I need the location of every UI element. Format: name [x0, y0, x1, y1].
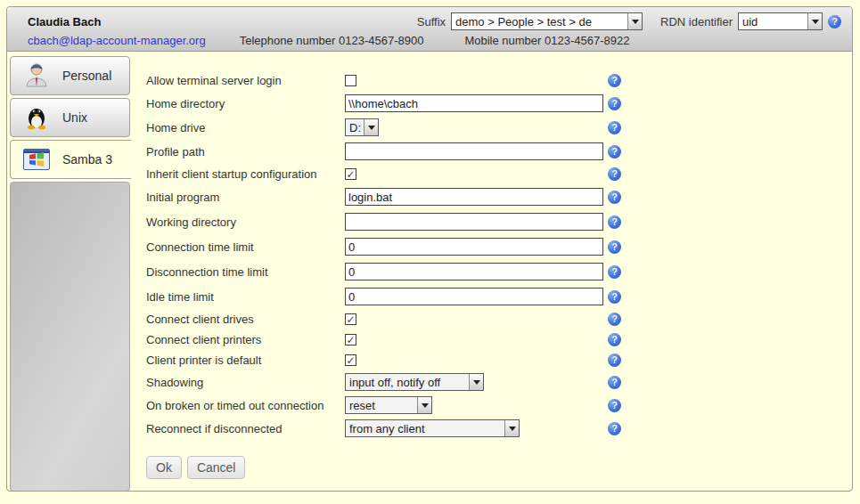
help-icon[interactable]: ? — [608, 74, 621, 87]
shadowing-select[interactable]: input off, notify off — [345, 373, 484, 391]
chevron-down-icon[interactable] — [504, 420, 519, 436]
module-tabs: PersonalUnixSamba 3 — [10, 56, 130, 492]
help-icon[interactable]: ? — [608, 121, 621, 134]
chevron-down-icon[interactable] — [364, 119, 378, 135]
on-broken-or-timed-out-connection-select[interactable]: reset — [345, 396, 432, 414]
mobile-number: Mobile number 0123-4567-8922 — [464, 34, 629, 47]
chevron-down-icon[interactable] — [807, 13, 822, 29]
form-row-profile-path: Profile path? — [146, 139, 850, 164]
form-row-on-broken-or-timed-out-connection: On broken or timed out connectionreset? — [146, 394, 850, 417]
field-label: Connect client drives — [146, 313, 345, 326]
field-label: Initial program — [146, 191, 345, 204]
account-header: Claudia Bach Suffix demo > People > test… — [7, 7, 852, 52]
form-row-connect-client-printers: Connect client printers✓? — [146, 329, 850, 350]
form-row-home-drive: Home driveD:? — [146, 116, 850, 139]
tux-icon — [23, 103, 50, 133]
reconnect-if-disconnected-select[interactable]: from any client — [345, 419, 520, 437]
windows-icon — [23, 149, 50, 170]
field-label: Home directory — [146, 97, 345, 110]
help-icon[interactable]: ? — [608, 191, 621, 204]
select-value: input off, notify off — [346, 376, 469, 389]
field-label: On broken or timed out connection — [146, 399, 345, 412]
form-row-connect-client-drives: Connect client drives✓? — [146, 309, 850, 329]
rdn-identifier-label: RDN identifier — [660, 15, 733, 28]
connection-time-limit-input[interactable] — [345, 238, 603, 256]
samba3-form: Allow terminal server login?Home directo… — [146, 70, 850, 479]
tab-personal[interactable]: Personal — [10, 56, 130, 95]
inherit-client-startup-configuration-checkbox[interactable]: ✓ — [345, 168, 356, 180]
field-label: Connect client printers — [146, 333, 345, 346]
form-row-reconnect-if-disconnected: Reconnect if disconnectedfrom any client… — [146, 417, 850, 440]
form-row-working-directory: Working directory? — [146, 209, 850, 234]
home-directory-input[interactable] — [345, 94, 603, 112]
form-row-idle-time-limit: Idle time limit? — [146, 284, 850, 309]
person-icon — [23, 61, 50, 91]
rdn-identifier-select[interactable]: uid — [738, 12, 823, 30]
field-label: Disconnection time limit — [146, 265, 345, 279]
tab-samba-3[interactable]: Samba 3 — [10, 140, 131, 179]
help-icon[interactable]: ? — [608, 145, 621, 159]
select-value: from any client — [346, 422, 504, 435]
field-label: Profile path — [146, 145, 345, 159]
connect-client-printers-checkbox[interactable]: ✓ — [345, 334, 356, 345]
form-row-shadowing: Shadowinginput off, notify off? — [146, 370, 850, 394]
field-label: Idle time limit — [146, 290, 345, 304]
field-label: Reconnect if disconnected — [146, 422, 345, 435]
account-edit-panel: Claudia Bach Suffix demo > People > test… — [6, 6, 853, 492]
form-row-connection-time-limit: Connection time limit? — [146, 234, 850, 259]
field-label: Working directory — [146, 215, 345, 229]
tab-unix[interactable]: Unix — [10, 98, 130, 137]
user-email-link[interactable]: cbach@ldap-account-manager.org — [28, 34, 206, 47]
help-icon[interactable]: ? — [608, 399, 621, 412]
field-label: Home drive — [146, 121, 345, 134]
help-icon[interactable]: ? — [608, 422, 621, 435]
help-icon[interactable]: ? — [608, 354, 621, 367]
tab-label: Personal — [62, 69, 111, 83]
client-printer-is-default-checkbox[interactable]: ✓ — [345, 354, 356, 366]
chevron-down-icon[interactable] — [417, 397, 431, 413]
telephone-number: Telephone number 0123-4567-8900 — [240, 34, 424, 47]
user-name: Claudia Bach — [28, 15, 101, 28]
field-label: Allow terminal server login — [146, 74, 345, 87]
suffix-label: Suffix — [417, 15, 446, 28]
field-label: Connection time limit — [146, 240, 345, 254]
home-drive-select[interactable]: D: — [345, 118, 379, 136]
chevron-down-icon[interactable] — [469, 374, 483, 390]
profile-path-input[interactable] — [345, 142, 603, 160]
help-icon[interactable]: ? — [608, 265, 621, 279]
disconnection-time-limit-input[interactable] — [345, 263, 603, 280]
form-row-disconnection-time-limit: Disconnection time limit? — [146, 259, 850, 284]
form-row-inherit-client-startup-configuration: Inherit client startup configuration✓? — [146, 164, 850, 184]
cancel-button[interactable]: Cancel — [187, 456, 246, 479]
form-row-home-directory: Home directory? — [146, 91, 850, 116]
help-icon[interactable]: ? — [608, 313, 621, 326]
help-icon[interactable]: ? — [608, 215, 621, 229]
chevron-down-icon[interactable] — [627, 13, 642, 29]
tab-strip-filler — [10, 182, 130, 492]
tab-label: Unix — [62, 110, 87, 125]
tab-label: Samba 3 — [62, 152, 112, 167]
working-directory-input[interactable] — [345, 213, 603, 231]
help-icon[interactable]: ? — [608, 167, 621, 181]
field-label: Inherit client startup configuration — [146, 167, 345, 181]
form-row-initial-program: Initial program? — [146, 184, 850, 209]
select-value: D: — [346, 121, 364, 134]
help-icon[interactable]: ? — [608, 97, 621, 110]
form-row-client-printer-is-default: Client printer is default✓? — [146, 350, 850, 370]
connect-client-drives-checkbox[interactable]: ✓ — [345, 313, 356, 325]
field-label: Client printer is default — [146, 354, 345, 367]
help-icon[interactable]: ? — [828, 15, 841, 28]
field-label: Shadowing — [146, 376, 345, 389]
idle-time-limit-input[interactable] — [345, 288, 603, 305]
help-icon[interactable]: ? — [608, 376, 621, 389]
select-value: reset — [346, 399, 417, 412]
form-row-allow-terminal-server-login: Allow terminal server login? — [146, 70, 850, 91]
initial-program-input[interactable] — [345, 188, 603, 206]
help-icon[interactable]: ? — [608, 240, 621, 254]
help-icon[interactable]: ? — [608, 333, 621, 346]
allow-terminal-server-login-checkbox[interactable] — [345, 75, 356, 86]
ok-button[interactable]: Ok — [146, 456, 182, 479]
suffix-select[interactable]: demo > People > test > de — [451, 12, 643, 30]
help-icon[interactable]: ? — [608, 290, 621, 304]
